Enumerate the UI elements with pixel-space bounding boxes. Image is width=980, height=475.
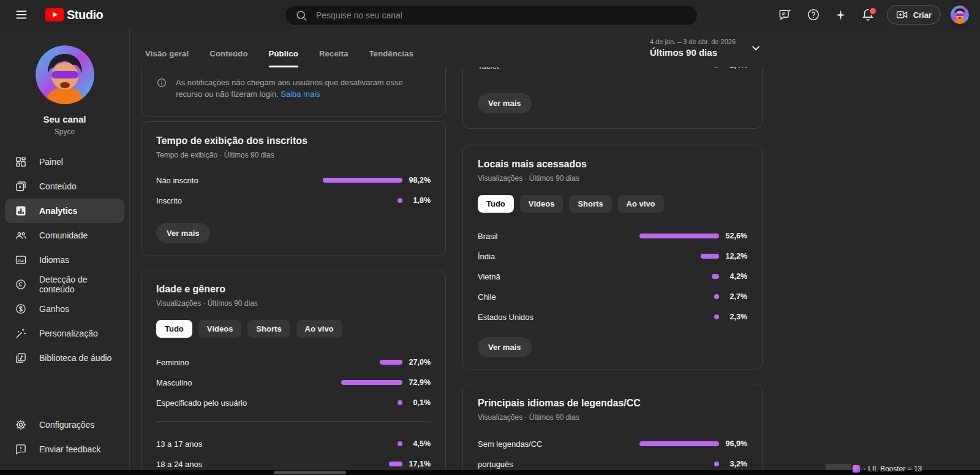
stat-row: Sem legendas/CC 96,9% [478, 438, 747, 450]
learn-more-link[interactable]: Saiba mais [281, 89, 320, 99]
sidebar-item-comunidade[interactable]: Comunidade [5, 223, 124, 248]
caption-languages-card: Principais idiomas de legendas/CC Visual… [462, 384, 763, 470]
see-more-button[interactable]: Ver mais [478, 93, 532, 113]
copyright-icon [15, 278, 27, 291]
tab-visao-geral[interactable]: Visão geral [145, 29, 189, 67]
stat-bar [633, 441, 719, 446]
filter-chips: Tudo Vídeos Shorts Ao vivo [156, 320, 431, 338]
stat-value: 72,9% [407, 378, 431, 387]
date-range-picker[interactable]: 4 de jan. – 3 de abr. de 2026 Últimos 90… [650, 38, 763, 58]
chip-ao-vivo[interactable]: Ao vivo [618, 195, 664, 213]
sidebar-item-analytics[interactable]: Analytics [5, 199, 124, 223]
help-icon [807, 8, 820, 21]
chip-ao-vivo[interactable]: Ao vivo [296, 320, 342, 338]
sidebar-item-biblioteca[interactable]: Biblioteca de áudio [5, 346, 124, 370]
create-video-icon [896, 9, 908, 21]
tab-receita[interactable]: Receita [319, 29, 349, 67]
stat-row: Especificado pelo usuário 0,1% [156, 397, 431, 409]
sidebar-footer: Configurações Enviar feedback [0, 412, 129, 462]
chip-videos[interactable]: Vídeos [520, 195, 564, 213]
sidebar-item-ganhos[interactable]: Ganhos [5, 297, 124, 321]
chip-videos[interactable]: Vídeos [198, 320, 242, 338]
menu-button[interactable] [12, 6, 31, 24]
sidebar-item-painel[interactable]: Painel [5, 150, 124, 174]
stat-row: Chile 2,7% [478, 291, 747, 303]
main-area: Visão geral Conteúdo Público Receita Ten… [130, 29, 980, 475]
whats-new-button[interactable] [832, 7, 849, 23]
account-avatar[interactable] [951, 6, 969, 24]
stat-bar [633, 67, 719, 68]
stat-row: Brasil 52,6% [478, 230, 747, 242]
divider [156, 421, 431, 422]
notification-dot [869, 7, 877, 15]
stat-label: Não inscrito [156, 176, 317, 185]
stat-label: Índia [478, 252, 633, 261]
sidebar-item-label: Painel [39, 157, 63, 167]
sidebar-item-label: Conteúdo [39, 181, 77, 191]
stat-value: 2,3% [724, 313, 747, 321]
stat-row: português 3,2% [478, 458, 747, 470]
sidebar-nav: Painel Conteúdo Analytics Comunidade Idi… [0, 150, 129, 370]
chip-shorts[interactable]: Shorts [247, 320, 290, 338]
card-title: Locais mais acessados [478, 159, 747, 170]
stat-bar [317, 198, 402, 203]
stat-value: 96,9% [724, 439, 747, 448]
studio-logo[interactable]: Studio [45, 8, 103, 22]
sidebar-item-configuracoes[interactable]: Configurações [5, 412, 124, 437]
age-gender-card: Idade e gênero Visualizações · Últimos 9… [141, 270, 446, 470]
stat-row: 18 a 24 anos 17,1% [156, 458, 431, 470]
stat-row: Inscrito 1,8% [156, 194, 431, 207]
notifications-button[interactable] [859, 6, 877, 24]
analytics-icon [15, 205, 27, 217]
youtube-studio-app: Studio Criar [0, 0, 980, 475]
topbar: Studio Criar [0, 0, 980, 29]
help-button[interactable] [804, 6, 823, 24]
chip-tudo[interactable]: Tudo [478, 195, 514, 213]
stat-label: Brasil [478, 232, 633, 241]
sidebar-item-personalizacao[interactable]: Personalização [5, 321, 124, 346]
dashboard-icon [15, 156, 27, 168]
stat-row: 13 a 17 anos 4,5% [156, 438, 431, 450]
see-more-button[interactable]: Ver mais [478, 337, 532, 357]
scrollbar-thumb[interactable] [274, 471, 346, 474]
topbar-actions: Criar [776, 0, 969, 29]
external-overlay-badge: · LIL Booster = 13 [853, 465, 922, 473]
sidebar: Seu canal Spyce Painel Conteúdo Analytic… [0, 29, 130, 475]
see-more-button[interactable]: Ver mais [156, 223, 210, 243]
stat-bar [317, 178, 402, 183]
stat-value: 4,5% [407, 439, 431, 448]
stat-bar [633, 314, 719, 319]
notifications-notice-card: As notificações não chegam aos usuários … [141, 67, 446, 116]
create-button[interactable]: Criar [887, 5, 941, 25]
sidebar-item-label: Idiomas [39, 255, 69, 265]
sidebar-item-enviar-feedback[interactable]: Enviar feedback [5, 437, 124, 462]
stat-bar [633, 274, 719, 279]
stat-value: 1,8% [407, 196, 431, 205]
tab-tendencias[interactable]: Tendências [369, 29, 414, 67]
chip-tudo[interactable]: Tudo [156, 320, 192, 338]
tab-publico[interactable]: Público [269, 29, 298, 67]
notice-text: As notificações não chegam aos usuários … [176, 77, 431, 100]
overlay-emote-icon [853, 465, 860, 473]
analytics-tabs-header: Visão geral Conteúdo Público Receita Ten… [130, 29, 980, 67]
send-feedback-button[interactable] [776, 6, 794, 24]
card-title: Principais idiomas de legendas/CC [478, 398, 747, 409]
channel-avatar[interactable] [36, 45, 94, 104]
stat-row: Vietnã 4,2% [478, 270, 747, 283]
sidebar-item-label: Detecção de conteúdo [39, 275, 124, 294]
search-input[interactable] [315, 10, 687, 21]
chip-shorts[interactable]: Shorts [569, 195, 611, 213]
create-button-label: Criar [913, 10, 932, 20]
sidebar-item-label: Configurações [39, 420, 94, 430]
sidebar-item-idiomas[interactable]: Idiomas [5, 248, 124, 272]
tab-conteudo[interactable]: Conteúdo [209, 29, 247, 67]
stat-bar [633, 254, 719, 259]
sidebar-item-conteudo[interactable]: Conteúdo [5, 174, 124, 199]
horizontal-scrollbar[interactable] [0, 470, 980, 475]
card-title: Tempo de exibição dos inscritos [156, 135, 431, 146]
sidebar-item-deteccao[interactable]: Detecção de conteúdo [5, 272, 124, 297]
top-locations-card: Locais mais acessados Visualizações · Úl… [462, 145, 763, 370]
stat-row: Estados Unidos 2,3% [478, 311, 747, 323]
sidebar-item-label: Comunidade [39, 230, 88, 240]
analytics-tabs: Visão geral Conteúdo Público Receita Ten… [130, 29, 980, 67]
